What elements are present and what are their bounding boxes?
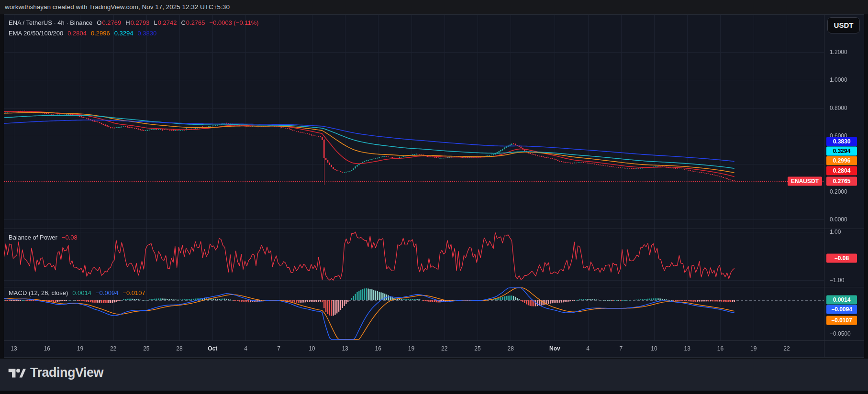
ema20-price-tag: 0.2804 xyxy=(826,166,857,175)
ema50-value: 0.2996 xyxy=(91,30,110,37)
close-value: 0.2765 xyxy=(186,19,205,26)
macd-hist-value: 0.0014 xyxy=(72,289,91,296)
ema-label: EMA 20/50/100/200 xyxy=(9,30,63,37)
macd-value-tag: −0.0094 xyxy=(826,305,857,314)
ema20-value: 0.2804 xyxy=(67,30,87,37)
low-value: 0.2742 xyxy=(158,19,177,26)
time-axis-label: 25 xyxy=(474,345,480,352)
high-label: H xyxy=(125,19,130,26)
symbol-title: ENA / TetherUS · 4h · Binance xyxy=(9,19,92,26)
open-label: O xyxy=(97,19,101,26)
time-axis-label: 22 xyxy=(783,345,790,352)
time-axis-label: 13 xyxy=(684,345,690,352)
time-axis-label: 10 xyxy=(309,345,315,352)
time-axis-label: 22 xyxy=(110,345,116,352)
macd-label: MACD (12, 26, close) xyxy=(9,289,68,296)
time-axis-label: 4 xyxy=(586,345,590,352)
time-axis-label: 16 xyxy=(717,345,723,352)
change-value: −0.0003 (−0.11%) xyxy=(210,19,259,26)
price-axis-label: 0.0000 xyxy=(830,216,847,223)
price-axis-label: 1.2000 xyxy=(830,49,847,55)
time-axis-label: 7 xyxy=(620,345,623,352)
time-axis-label: 19 xyxy=(408,345,414,352)
symbol-legend: ENA / TetherUS · 4h · Binance O 0.2769 H… xyxy=(9,19,259,26)
time-axis-label: 19 xyxy=(750,345,757,352)
time-axis-label: Oct xyxy=(208,345,217,352)
open-value: 0.2769 xyxy=(102,19,121,26)
symbol-price-tag: ENAUSDT xyxy=(788,177,822,186)
time-axis-label: 25 xyxy=(143,345,149,352)
bop-axis-label: −1.00 xyxy=(830,277,844,284)
time-axis-label: Nov xyxy=(549,345,560,352)
close-label: C xyxy=(181,19,185,26)
time-axis-label: 28 xyxy=(176,345,182,352)
last-price-tag: 0.2765 xyxy=(826,177,857,186)
time-axis-label: 19 xyxy=(77,345,83,352)
time-axis-label: 28 xyxy=(507,345,513,352)
time-axis-label: 4 xyxy=(244,345,247,352)
time-axis-label: 13 xyxy=(342,345,348,352)
bop-label: Balance of Power xyxy=(9,234,57,241)
time-axis-label: 7 xyxy=(277,345,280,352)
macd-value-tag: −0.0107 xyxy=(826,316,857,325)
ema100-price-tag: 0.3294 xyxy=(826,147,857,156)
bop-axis-label: 1.00 xyxy=(830,229,841,235)
macd-legend: MACD (12, 26, close) 0.0014 −0.0094 −0.0… xyxy=(9,289,145,296)
tradingview-screenshot: workwithshayan created with TradingView.… xyxy=(0,0,868,394)
bop-legend: Balance of Power −0.08 xyxy=(9,234,78,241)
ema200-price-tag: 0.3830 xyxy=(826,137,857,146)
bop-value: −0.08 xyxy=(62,234,78,241)
price-axis-label: 0.2000 xyxy=(830,188,847,195)
time-axis-label: 16 xyxy=(375,345,381,352)
currency-toggle-button[interactable]: USDT xyxy=(827,17,860,33)
price-axis-label: 0.8000 xyxy=(830,105,847,111)
macd-signal-value: −0.0107 xyxy=(122,289,145,296)
ema50-price-tag: 0.2996 xyxy=(826,156,857,165)
time-axis-label: 22 xyxy=(441,345,447,352)
ema100-value: 0.3294 xyxy=(114,30,134,37)
time-axis-label: 16 xyxy=(44,345,50,352)
chart-canvas[interactable] xyxy=(0,0,868,394)
low-label: L xyxy=(154,19,157,26)
ema-legend: EMA 20/50/100/200 0.2804 0.2996 0.3294 0… xyxy=(9,30,156,37)
time-axis-label: 13 xyxy=(11,345,17,352)
high-value: 0.2793 xyxy=(131,19,150,26)
time-axis-label: 10 xyxy=(651,345,657,352)
price-axis-label: 1.0000 xyxy=(830,77,847,83)
macd-line-value: −0.0094 xyxy=(96,289,118,296)
macd-axis-label: −0.0500 xyxy=(830,330,851,337)
bop-value-tag: −0.08 xyxy=(826,254,857,263)
macd-value-tag: 0.0014 xyxy=(826,296,857,305)
ema200-value: 0.3830 xyxy=(138,30,157,37)
